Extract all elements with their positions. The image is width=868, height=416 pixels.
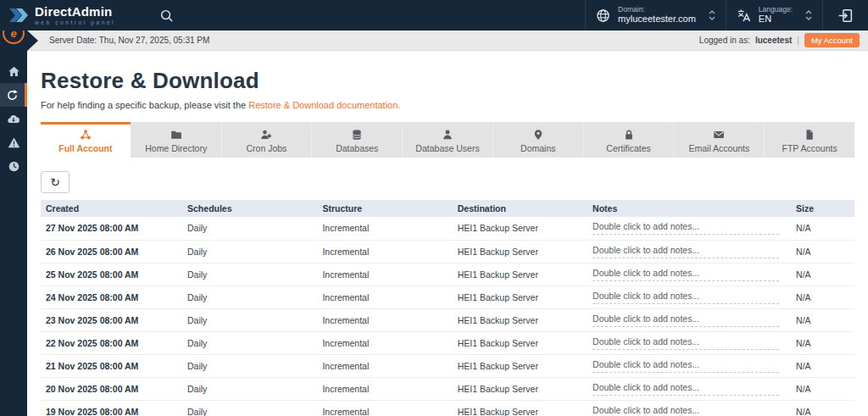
domain-value: myluceetester.com	[618, 14, 696, 25]
destination-cell: HEI1 Backup Server	[453, 263, 587, 286]
tab-certificates[interactable]: Certificates	[583, 122, 674, 158]
table-row[interactable]: 24 Nov 2025 08:00 AM Daily Incremental H…	[41, 286, 854, 308]
table-row[interactable]: 20 Nov 2025 08:00 AM Daily Incremental H…	[41, 377, 854, 400]
documentation-link[interactable]: Restore & Download documentation.	[248, 100, 400, 110]
structure-cell: Incremental	[317, 331, 452, 354]
notes-placeholder[interactable]: Double click to add notes...	[593, 313, 779, 327]
brand-tagline: web control panel	[35, 20, 115, 26]
sidebar-item-history[interactable]	[0, 154, 27, 178]
table-row[interactable]: 23 Nov 2025 08:00 AM Daily Incremental H…	[41, 308, 854, 331]
notes-placeholder[interactable]: Double click to add notes...	[593, 221, 779, 235]
sidebar-item-backups[interactable]	[0, 107, 27, 130]
size-cell: N/A	[791, 331, 854, 354]
tab-label: Databases	[336, 143, 378, 153]
notes-placeholder[interactable]: Double click to add notes...	[593, 245, 779, 258]
notes-placeholder[interactable]: Double click to add notes...	[593, 291, 779, 304]
schedules-cell: Daily	[182, 308, 317, 331]
destination-cell: HEI1 Backup Server	[453, 354, 587, 377]
schedules-cell: Daily	[182, 286, 317, 308]
created-cell: 27 Nov 2025 08:00 AM	[41, 217, 182, 240]
tab-cron-jobs[interactable]: Cron Jobs	[221, 122, 312, 158]
size-cell: N/A	[791, 354, 854, 377]
tab-email-accounts[interactable]: Email Accounts	[673, 122, 764, 158]
tab-home-directory[interactable]: Home Directory	[131, 122, 221, 158]
created-cell: 19 Nov 2025 08:00 AM	[41, 400, 182, 416]
help-prefix: For help finding a specific backup, plea…	[41, 100, 248, 110]
column-header-created: Created	[41, 200, 182, 217]
size-cell: N/A	[791, 217, 854, 240]
notes-cell[interactable]: Double click to add notes...	[587, 400, 791, 416]
notes-placeholder[interactable]: Double click to add notes...	[593, 336, 779, 350]
directadmin-brand[interactable]: DirectAdmin web control panel	[8, 5, 115, 26]
notes-cell[interactable]: Double click to add notes...	[587, 263, 791, 286]
tab-domains[interactable]: Domains	[492, 122, 583, 158]
column-header-size: Size	[791, 200, 854, 217]
backups-table: Created Schedules Structure Destination …	[41, 200, 854, 416]
destination-cell: HEI1 Backup Server	[453, 377, 587, 400]
notes-cell[interactable]: Double click to add notes...	[587, 331, 791, 354]
notes-cell[interactable]: Double click to add notes...	[587, 240, 791, 263]
structure-cell: Incremental	[317, 308, 452, 331]
notes-cell[interactable]: Double click to add notes...	[587, 286, 791, 308]
notes-cell[interactable]: Double click to add notes...	[587, 217, 791, 240]
page-help-text: For help finding a specific backup, plea…	[41, 100, 854, 110]
table-row[interactable]: 25 Nov 2025 08:00 AM Daily Incremental H…	[41, 263, 854, 286]
refresh-icon: ↻	[50, 175, 60, 189]
table-row[interactable]: 19 Nov 2025 08:00 AM Daily Incremental H…	[41, 400, 854, 416]
tab-label: Cron Jobs	[247, 143, 287, 153]
refresh-button[interactable]: ↻	[41, 171, 70, 193]
status-divider: |	[797, 36, 799, 45]
size-cell: N/A	[791, 263, 854, 286]
translate-icon	[737, 8, 751, 23]
tab-databases[interactable]: Databases	[311, 122, 402, 158]
tab-label: Certificates	[606, 143, 651, 153]
tab-full-account[interactable]: Full Account	[41, 122, 131, 158]
sidebar: e	[0, 31, 27, 416]
notes-placeholder[interactable]: Double click to add notes...	[593, 268, 779, 281]
logout-button[interactable]	[822, 0, 868, 31]
column-header-notes: Notes	[587, 200, 791, 217]
tab-label: Domains	[520, 143, 555, 153]
file-icon	[804, 129, 815, 141]
language-selector[interactable]: Language: EN	[726, 0, 822, 31]
warning-icon	[8, 136, 20, 149]
sidebar-item-restore[interactable]	[0, 83, 27, 107]
envelope-icon	[713, 129, 725, 141]
directadmin-screen: DirectAdmin web control panel Domain:	[0, 0, 868, 416]
notes-cell[interactable]: Double click to add notes...	[587, 308, 791, 331]
my-account-button[interactable]: My Account	[804, 33, 860, 47]
created-cell: 22 Nov 2025 08:00 AM	[41, 331, 182, 354]
tab-database-users[interactable]: Database Users	[402, 122, 492, 158]
search-button[interactable]	[159, 8, 174, 23]
logout-icon	[837, 8, 854, 24]
table-row[interactable]: 26 Nov 2025 08:00 AM Daily Incremental H…	[41, 240, 854, 263]
cloud-download-icon	[7, 113, 20, 125]
tab-ftp-accounts[interactable]: FTP Accounts	[764, 122, 854, 158]
language-value: EN	[759, 14, 793, 25]
destination-cell: HEI1 Backup Server	[453, 400, 587, 416]
notes-cell[interactable]: Double click to add notes...	[587, 377, 791, 400]
notes-placeholder[interactable]: Double click to add notes...	[593, 382, 779, 396]
table-row[interactable]: 22 Nov 2025 08:00 AM Daily Incremental H…	[41, 331, 854, 354]
language-stepper-icon	[805, 10, 812, 20]
table-row[interactable]: 21 Nov 2025 08:00 AM Daily Incremental H…	[41, 354, 854, 377]
sidebar-item-home[interactable]	[0, 59, 27, 83]
tab-label: Database Users	[415, 143, 479, 153]
notes-placeholder[interactable]: Double click to add notes...	[593, 359, 779, 373]
tab-label: Home Directory	[145, 143, 207, 153]
notes-placeholder[interactable]: Double click to add notes...	[593, 405, 779, 416]
notes-cell[interactable]: Double click to add notes...	[587, 354, 791, 377]
domain-selector[interactable]: Domain: myluceetester.com	[585, 0, 726, 31]
clock-icon	[8, 160, 20, 173]
size-cell: N/A	[791, 308, 854, 331]
schedules-cell: Daily	[182, 240, 317, 263]
schedules-cell: Daily	[182, 354, 317, 377]
schedules-cell: Daily	[182, 331, 317, 354]
table-row[interactable]: 27 Nov 2025 08:00 AM Daily Incremental H…	[41, 217, 854, 240]
column-header-schedules: Schedules	[182, 200, 317, 217]
sidebar-item-warnings[interactable]	[0, 130, 27, 154]
top-navbar: DirectAdmin web control panel Domain:	[0, 0, 868, 31]
domain-label: Domain:	[618, 5, 696, 14]
map-pin-icon	[532, 129, 544, 141]
column-header-destination: Destination	[453, 200, 587, 217]
